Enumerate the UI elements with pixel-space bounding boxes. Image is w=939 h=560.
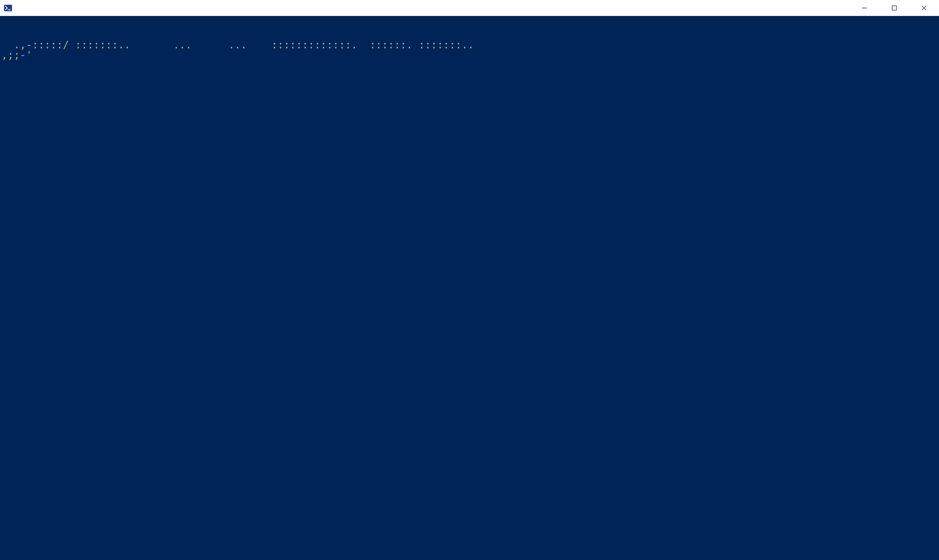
ascii-banner: .,-:::::/ :::::::.. ... ... ::::::::::::… bbox=[2, 40, 937, 61]
terminal-pane[interactable]: .,-:::::/ :::::::.. ... ... ::::::::::::… bbox=[0, 16, 939, 560]
minimize-button[interactable] bbox=[850, 0, 879, 15]
window-controls bbox=[850, 0, 939, 15]
svg-rect-0 bbox=[4, 5, 12, 11]
powershell-icon bbox=[4, 4, 12, 12]
svg-rect-2 bbox=[892, 6, 896, 10]
maximize-button[interactable] bbox=[879, 0, 909, 15]
window-titlebar bbox=[0, 0, 939, 16]
close-button[interactable] bbox=[909, 0, 939, 15]
